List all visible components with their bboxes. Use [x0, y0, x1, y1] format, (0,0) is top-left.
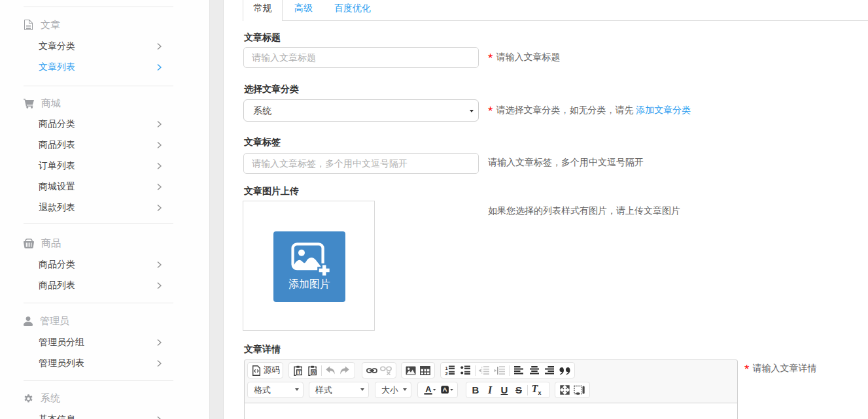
svg-text:A: A [425, 384, 431, 394]
svg-text:2: 2 [445, 371, 448, 375]
svg-text:T: T [298, 369, 301, 375]
svg-text:A: A [443, 386, 447, 393]
svg-text:W: W [311, 370, 316, 375]
